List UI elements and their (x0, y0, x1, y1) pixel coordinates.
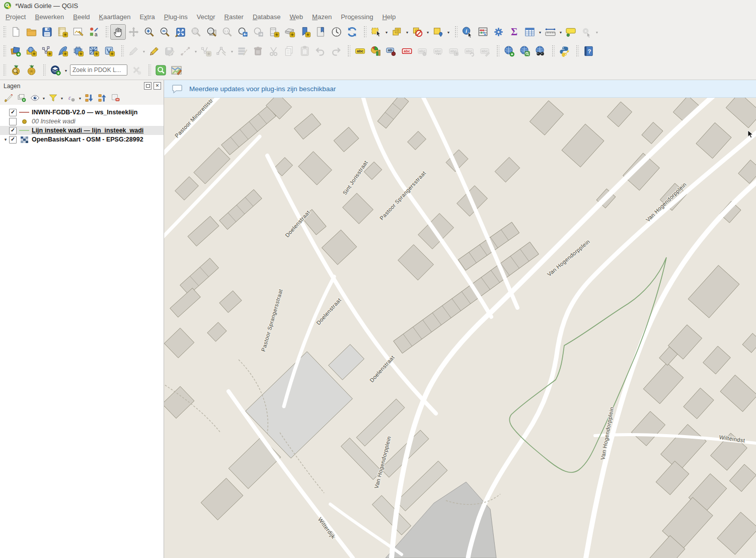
menu-help[interactable]: Help (377, 12, 400, 22)
add-pdok-layer-dropdown[interactable]: ▼ (63, 68, 68, 73)
new-3d-map-view-button[interactable] (282, 24, 297, 40)
filter-legend-dropdown[interactable]: ▼ (59, 96, 64, 100)
menu-bewerken[interactable]: Bewerken (30, 12, 68, 22)
select-features-dropdown[interactable]: ▼ (384, 30, 389, 34)
save-project-button[interactable] (39, 24, 55, 40)
new-mesh-layer-button[interactable] (86, 43, 102, 59)
toolbar-drag-handle[interactable] (147, 63, 151, 77)
notification-bar[interactable]: Meerdere updates voor plug-ins zijn besc… (164, 80, 756, 98)
zoom-out-button[interactable] (157, 24, 173, 40)
pdok-toolbox-button[interactable] (24, 62, 39, 78)
add-catalog-layer-button[interactable] (501, 43, 517, 59)
menu-plug-ins[interactable]: Plug-ins (160, 12, 192, 22)
filter-legend-button[interactable] (46, 92, 59, 105)
deselect-features-dropdown[interactable]: ▼ (425, 30, 430, 34)
catalog-search-button[interactable] (517, 43, 533, 59)
metasearch-button[interactable] (533, 43, 548, 59)
pdok-geocoder-button[interactable] (8, 62, 24, 78)
deselect-features-button[interactable] (410, 24, 425, 40)
toolbar-drag-handle[interactable] (3, 63, 6, 77)
add-pdok-layer-button[interactable] (48, 62, 63, 78)
quickmap-search-button[interactable] (153, 62, 169, 78)
menu-processing[interactable]: Processing (336, 12, 377, 22)
menu-project[interactable]: Project (1, 12, 30, 22)
data-source-manager-button[interactable] (8, 43, 24, 59)
layer-checkbox[interactable]: ✓ (9, 136, 17, 144)
zoom-last-button[interactable] (235, 24, 251, 40)
toolbar-drag-handle[interactable] (363, 25, 366, 38)
menu-web[interactable]: Web (285, 12, 308, 22)
menu-beeld[interactable]: Beeld (68, 12, 94, 22)
expander-icon[interactable]: ▾ (2, 137, 9, 142)
highlight-pinned-labels-button[interactable]: abc (399, 43, 415, 59)
open-attribute-table-dropdown[interactable]: ▼ (538, 30, 543, 34)
map-tips-button[interactable] (563, 24, 579, 40)
new-print-layout-button[interactable] (55, 24, 70, 40)
pin-unpin-labels-button[interactable]: ab (384, 43, 399, 59)
new-spatial-bookmark-button[interactable] (297, 24, 313, 40)
open-layer-styling-button[interactable] (2, 92, 15, 105)
filter-by-expression-button[interactable]: ε (64, 92, 78, 105)
manage-map-themes-dropdown[interactable]: ▼ (41, 96, 46, 100)
layer-diagram-options-button[interactable] (368, 43, 384, 59)
toolbar-drag-handle[interactable] (454, 25, 458, 38)
select-by-location-button[interactable] (430, 24, 446, 40)
select-features-button[interactable] (368, 24, 384, 40)
pdok-search-input[interactable] (70, 64, 127, 76)
toolbar-drag-handle[interactable] (496, 44, 499, 57)
expand-all-button[interactable] (83, 92, 96, 105)
layer-checkbox[interactable] (9, 118, 17, 125)
add-group-button[interactable] (15, 92, 28, 105)
zoom-full-button[interactable] (173, 24, 188, 40)
menu-vector[interactable]: Vector (192, 12, 220, 22)
open-attribute-table-button[interactable] (522, 24, 538, 40)
zoom-to-layer-button[interactable] (204, 24, 219, 40)
panel-close-button[interactable]: ✕ (154, 82, 161, 90)
select-by-location-dropdown[interactable]: ▼ (446, 30, 451, 34)
layer-item[interactable]: ✓INWIN-FGDB-V2.0 — ws_Insteeklijn (0, 108, 164, 117)
new-geopackage-layer-button[interactable] (24, 43, 39, 59)
map-canvas[interactable]: Pastoor MinorettistrSint JorisstraatPast… (164, 80, 756, 558)
panel-float-button[interactable] (144, 82, 152, 90)
toggle-editing-button[interactable] (146, 43, 162, 59)
temporal-controller-button[interactable] (329, 24, 344, 40)
toolbar-drag-handle[interactable] (3, 25, 6, 38)
help-contents-button[interactable]: ? (581, 43, 596, 59)
menu-extra[interactable]: Extra (135, 12, 159, 22)
select-features-by-value-button[interactable] (389, 24, 405, 40)
pan-to-selection-button[interactable] (126, 24, 141, 40)
new-virtual-layer-button[interactable] (70, 43, 86, 59)
measure-line-button[interactable] (543, 24, 558, 40)
new-spatialite-layer-button[interactable] (55, 43, 70, 59)
new-map-view-button[interactable] (266, 24, 282, 40)
refresh-map-button[interactable] (344, 24, 360, 40)
select-features-by-value-dropdown[interactable]: ▼ (405, 30, 410, 34)
measure-line-dropdown[interactable]: ▼ (558, 30, 563, 34)
python-console-button[interactable] (557, 43, 572, 59)
new-shapefile-layer-button[interactable] (39, 43, 55, 59)
toolbar-drag-handle[interactable] (120, 44, 124, 57)
zoom-in-button[interactable] (141, 24, 157, 40)
remove-layer-button[interactable] (109, 92, 122, 105)
processing-toolbox-button[interactable] (491, 24, 506, 40)
toolbar-drag-handle[interactable] (105, 25, 108, 38)
basic-statistics-button[interactable] (475, 24, 491, 40)
toolbar-drag-handle[interactable] (3, 44, 6, 57)
toolbar-drag-handle[interactable] (551, 44, 555, 57)
toolbar-drag-handle[interactable] (42, 63, 46, 77)
manage-map-themes-button[interactable] (28, 92, 41, 105)
new-gpx-layer-button[interactable] (102, 43, 117, 59)
menu-database[interactable]: Database (248, 12, 285, 22)
open-project-button[interactable] (24, 24, 39, 40)
menu-raster[interactable]: Raster (220, 12, 248, 22)
show-layout-manager-button[interactable] (70, 24, 86, 40)
menu-kaartlagen[interactable]: Kaartlagen (95, 12, 135, 22)
layer-checkbox[interactable]: ✓ (9, 127, 17, 134)
layer-checkbox[interactable]: ✓ (9, 109, 17, 116)
toolbar-drag-handle[interactable] (347, 44, 350, 57)
new-project-button[interactable] (8, 24, 24, 40)
toolbar-drag-handle[interactable] (575, 44, 579, 57)
show-bookmarks-button[interactable] (313, 24, 329, 40)
layer-item[interactable]: ✓Lijn insteek wadi — lijn_insteek_wadi (0, 126, 164, 135)
layer-item[interactable]: 00 Insteek wadi (0, 117, 164, 126)
